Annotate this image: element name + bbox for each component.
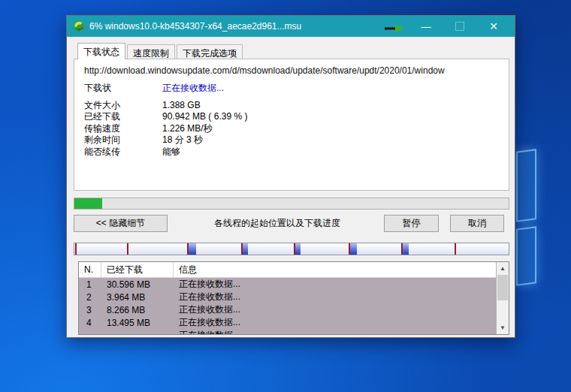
threads-table-body: 130.596 MB正在接收数据...23.964 MB正在接收数据...38.…: [79, 278, 509, 335]
info-value: 正在接收数据...: [162, 83, 224, 95]
cell-downloaded: 8.266 MB: [101, 305, 174, 315]
cell-downloaded: 3.964 MB: [101, 292, 174, 303]
info-row: 下载状正在接收数据...: [84, 83, 509, 95]
pause-button[interactable]: 暂停: [384, 215, 439, 232]
info-value: 1.388 GB: [162, 100, 201, 112]
tab-download-status[interactable]: 下载状态: [77, 43, 125, 59]
col-header-n[interactable]: N.: [79, 262, 101, 277]
col-header-downloaded[interactable]: 已经下载: [101, 262, 174, 277]
scroll-down-icon[interactable]: ▼: [497, 321, 509, 334]
info-label: 下载状: [84, 83, 162, 95]
download-status-panel: http://download.windowsupdate.com/d/msdo…: [74, 59, 509, 191]
minimize-button[interactable]: —: [411, 16, 441, 37]
info-row: 传输速度1.226 MB/秒: [84, 123, 509, 135]
threads-table-header: N. 已经下载 信息: [79, 262, 509, 278]
scroll-up-icon[interactable]: ▲: [497, 262, 509, 275]
threads-table: N. 已经下载 信息 130.596 MB正在接收数据...23.964 MB正…: [78, 261, 509, 335]
cell-thread-number: 2: [79, 292, 101, 303]
close-button[interactable]: ✕: [479, 16, 509, 37]
cell-thread-number: 4: [79, 318, 101, 328]
table-row[interactable]: 38.266 MB正在接收数据...: [79, 303, 509, 316]
info-row: 已经下载90.942 MB ( 6.39 % ): [84, 111, 509, 123]
table-row[interactable]: 23.964 MB正在接收数据...: [79, 291, 509, 303]
table-row[interactable]: 130.596 MB正在接收数据...: [79, 278, 509, 291]
thread-start-marker: [127, 243, 128, 255]
overall-progress-fill: [74, 198, 102, 209]
info-label: 剩余时间: [84, 134, 162, 146]
cell-message: 正在接收数据...: [174, 278, 509, 291]
info-value: 18 分 3 秒: [162, 134, 203, 146]
thread-start-marker: [294, 243, 295, 255]
col-header-info[interactable]: 信息: [174, 262, 509, 277]
info-label: 传输速度: [84, 123, 162, 135]
window-title: 6% windows10.0-kb4534307-x64_aecae2d961.…: [89, 21, 301, 32]
download-url: http://download.windowsupdate.com/d/msdo…: [74, 59, 509, 76]
info-value: 1.226 MB/秒: [162, 123, 213, 135]
download-activity-arrow-icon: [385, 23, 404, 32]
info-label: 已经下载: [84, 111, 162, 123]
cell-downloaded: 13.495 MB: [101, 318, 174, 328]
thread-start-marker: [455, 243, 456, 255]
info-value: 90.942 MB ( 6.39 % ): [162, 111, 247, 123]
threads-caption: 各线程的起始位置以及下载进度: [206, 217, 349, 230]
cell-downloaded: 30.596 MB: [101, 279, 174, 290]
overall-progress-bar: [74, 198, 509, 210]
info-row: 文件大小1.388 GB: [84, 100, 509, 112]
cell-message: 正在接收数据...: [174, 291, 509, 303]
app-icon: [73, 20, 85, 32]
cell-message: 正在接收数据...: [174, 303, 509, 316]
thread-start-marker: [241, 243, 243, 255]
tab-strip: 下载状态 速度限制 下载完成选项: [77, 44, 244, 59]
tab-complete-options[interactable]: 下载完成选项: [177, 44, 243, 59]
info-label: 能否续传: [84, 146, 162, 158]
wallpaper-logo-pane: [516, 226, 536, 285]
idm-download-window: 6% windows10.0-kb4534307-x64_aecae2d961.…: [66, 15, 515, 338]
thread-start-marker: [401, 243, 403, 255]
cell-thread-number: 1: [79, 279, 101, 290]
cell-thread-number: 3: [79, 305, 101, 315]
download-info-list: 下载状正在接收数据...文件大小1.388 GB已经下载90.942 MB ( …: [74, 83, 509, 158]
wallpaper-logo-pane: [516, 149, 536, 222]
vertical-scrollbar[interactable]: ▲ ▼: [496, 262, 509, 334]
info-label: 文件大小: [84, 100, 162, 112]
table-row[interactable]: 413.495 MB正在接收数据...: [79, 316, 509, 329]
maximize-button[interactable]: [445, 16, 475, 37]
info-value: 能够: [162, 146, 180, 158]
tab-speed-limit[interactable]: 速度限制: [127, 44, 175, 59]
cancel-button[interactable]: 取消: [450, 215, 504, 232]
thread-start-marker: [187, 243, 189, 255]
info-row: 能否续传能够: [84, 146, 509, 158]
table-row[interactable]: 正在接收数据...: [79, 329, 509, 335]
maximize-icon: [455, 22, 464, 31]
scrollbar-thumb[interactable]: [497, 275, 508, 300]
cell-message: 正在接收数据...: [174, 316, 509, 329]
thread-progress-bar: [74, 243, 509, 255]
cell-message: 正在接收数据...: [174, 329, 509, 335]
thread-start-marker: [75, 243, 77, 255]
info-row: 剩余时间18 分 3 秒: [84, 134, 509, 146]
thread-start-marker: [349, 243, 350, 255]
hide-details-button[interactable]: << 隐藏细节: [74, 215, 168, 232]
